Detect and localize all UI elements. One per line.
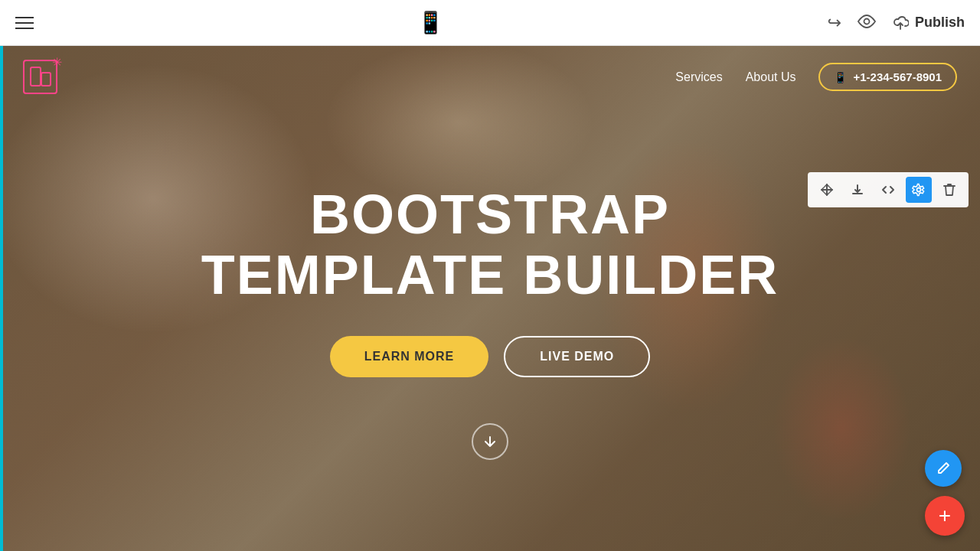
scroll-down xyxy=(0,423,980,460)
hero-content: BOOTSTRAP TEMPLATE BUILDER LEARN MORE LI… xyxy=(0,108,980,460)
pencil-icon xyxy=(936,461,951,476)
download-control-button[interactable] xyxy=(844,177,871,203)
logo-icon: ✳ xyxy=(23,60,57,94)
cloud-upload-icon xyxy=(892,16,909,30)
hero-buttons: LEARN MORE LIVE DEMO xyxy=(0,336,980,377)
svg-rect-2 xyxy=(41,73,51,86)
gear-icon xyxy=(912,183,926,197)
arrow-down-icon xyxy=(482,434,498,449)
phone-number: +1-234-567-8901 xyxy=(853,70,942,83)
scroll-arrow-button[interactable] xyxy=(472,423,508,460)
code-control-button[interactable] xyxy=(875,177,901,203)
hamburger-menu[interactable] xyxy=(15,17,34,29)
toolbar: 📱 ↩ Publish xyxy=(0,0,980,46)
toolbar-center: 📱 xyxy=(417,10,444,35)
mobile-preview-icon[interactable]: 📱 xyxy=(417,10,444,35)
code-icon xyxy=(881,183,895,197)
canvas-area: ✳ Services About Us 📱 +1-234-567-8901 BO… xyxy=(0,46,980,551)
left-edge-indicator xyxy=(0,46,3,551)
trash-icon xyxy=(943,183,956,197)
site-navbar: ✳ Services About Us 📱 +1-234-567-8901 xyxy=(0,46,980,108)
live-demo-button[interactable]: LIVE DEMO xyxy=(504,336,650,377)
move-icon xyxy=(820,183,834,197)
hero-title-line2: TEMPLATE BUILDER xyxy=(0,245,980,305)
download-icon xyxy=(851,183,864,197)
site-preview: ✳ Services About Us 📱 +1-234-567-8901 BO… xyxy=(0,46,980,551)
preview-icon[interactable] xyxy=(857,13,877,33)
fab-add-icon: + xyxy=(939,504,951,528)
toolbar-left xyxy=(15,17,34,29)
phone-icon: 📱 xyxy=(834,71,847,83)
svg-point-0 xyxy=(864,18,869,24)
logo-svg xyxy=(30,67,51,88)
svg-point-3 xyxy=(917,188,921,192)
fab-add-button[interactable]: + xyxy=(925,496,965,536)
svg-rect-1 xyxy=(31,67,41,86)
services-link[interactable]: Services xyxy=(675,70,722,84)
publish-label: Publish xyxy=(915,15,965,31)
site-logo: ✳ xyxy=(23,60,57,94)
undo-icon[interactable]: ↩ xyxy=(828,13,841,33)
settings-control-button[interactable] xyxy=(906,177,932,203)
phone-button[interactable]: 📱 +1-234-567-8901 xyxy=(818,63,957,91)
fab-edit-button[interactable] xyxy=(925,450,962,487)
publish-button[interactable]: Publish xyxy=(892,15,965,31)
learn-more-button[interactable]: LEARN MORE xyxy=(330,336,489,377)
block-controls xyxy=(808,172,969,207)
toolbar-right: ↩ Publish xyxy=(828,13,965,33)
move-control-button[interactable] xyxy=(814,177,840,203)
sun-icon: ✳ xyxy=(52,55,62,70)
about-link[interactable]: About Us xyxy=(746,70,796,84)
delete-control-button[interactable] xyxy=(936,177,962,203)
fab-container: + xyxy=(925,450,965,536)
site-nav-links: Services About Us 📱 +1-234-567-8901 xyxy=(675,63,957,91)
